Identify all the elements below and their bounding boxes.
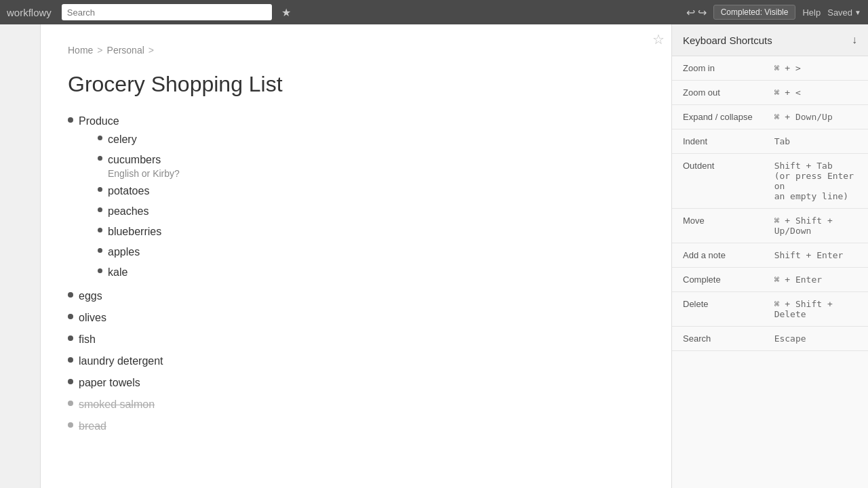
saved-label: Saved	[827, 7, 852, 18]
shortcut-row: Complete⌘ + Enter	[672, 268, 868, 292]
bullet-icon	[68, 314, 73, 319]
bullet-icon	[68, 379, 73, 384]
help-button[interactable]: Help	[802, 7, 821, 18]
completed-visible-button[interactable]: Completed: Visible	[713, 5, 796, 20]
shortcut-action: Move	[672, 209, 764, 243]
bullet-icon	[98, 228, 102, 232]
item-text-olives[interactable]: olives	[79, 310, 106, 326]
item-text-paper-towels[interactable]: paper towels	[79, 375, 140, 391]
shortcut-row: Expand / collapse⌘ + Down/Up	[672, 105, 868, 129]
page-wrapper: ☆ Home > Personal > Grocery Shopping Lis…	[0, 24, 868, 488]
item-text-bread[interactable]: bread	[79, 418, 106, 434]
shortcut-key: ⌘ + Shift + Up/Down	[764, 209, 868, 243]
bullet-icon	[98, 187, 102, 192]
list-item-blueberries: blueberries	[98, 222, 180, 242]
list-item-bread: bread	[68, 415, 644, 437]
shortcut-action: Outdent	[672, 154, 764, 209]
saved-dropdown-arrow: ▼	[854, 9, 861, 16]
list-item-produce: Produce celery cucumbers English or Kirb…	[68, 110, 644, 285]
item-text-blueberries[interactable]: blueberries	[108, 224, 161, 240]
shortcuts-header: Keyboard Shortcuts ↓	[672, 24, 868, 56]
shortcut-key: Escape	[764, 327, 868, 351]
breadcrumb-sep2: >	[149, 45, 154, 56]
list-item-fish: fish	[68, 329, 644, 350]
list-item-paper-towels: paper towels	[68, 372, 644, 394]
shortcut-key: ⌘ + Enter	[764, 268, 868, 292]
undo-button[interactable]: ↩	[686, 6, 695, 19]
item-note-cucumbers: English or Kirby?	[108, 168, 180, 179]
item-text-smoked-salmon[interactable]: smoked salmon	[79, 396, 155, 413]
bullet-icon	[98, 268, 102, 273]
list-item-smoked-salmon: smoked salmon	[68, 394, 644, 415]
bullet-icon	[68, 292, 73, 298]
item-content-cucumbers: cucumbers English or Kirby?	[108, 152, 180, 179]
bullet-icon	[68, 401, 73, 406]
saved-button[interactable]: Saved ▼	[827, 7, 861, 18]
shortcut-key: Shift + Tab (or press Enter on an empty …	[764, 154, 868, 209]
undo-redo-group: ↩ ↪	[686, 6, 707, 19]
item-text-cucumbers[interactable]: cucumbers	[108, 154, 161, 165]
favorite-button[interactable]: ★	[281, 6, 291, 19]
shortcut-action: Add a note	[672, 243, 764, 268]
list-item-potatoes: potatoes	[98, 181, 180, 201]
item-text-peaches[interactable]: peaches	[108, 203, 149, 220]
shortcut-key: ⌘ + >	[764, 56, 868, 81]
bullet-icon	[98, 156, 102, 161]
bullet-icon	[98, 248, 102, 253]
breadcrumb: Home > Personal >	[68, 45, 644, 56]
breadcrumb-personal[interactable]: Personal	[107, 45, 144, 56]
nested-list-produce: celery cucumbers English or Kirby? potat…	[79, 129, 180, 283]
list-item-apples: apples	[98, 242, 180, 262]
item-text-eggs[interactable]: eggs	[79, 288, 102, 304]
item-text-potatoes[interactable]: potatoes	[108, 183, 149, 199]
page-star-icon[interactable]: ☆	[652, 31, 665, 47]
list-item-eggs: eggs	[68, 285, 644, 307]
shortcuts-table: Zoom in⌘ + >Zoom out⌘ + <Expand / collap…	[672, 56, 868, 351]
bullet-icon	[68, 357, 73, 363]
search-input[interactable]	[67, 7, 267, 18]
shortcuts-title: Keyboard Shortcuts	[683, 35, 772, 46]
shortcut-key: ⌘ + Down/Up	[764, 105, 868, 129]
shortcut-row: SearchEscape	[672, 327, 868, 351]
shortcut-key: ⌘ + Shift + Delete	[764, 292, 868, 327]
search-wrapper	[62, 4, 272, 20]
shortcut-action: Zoom in	[672, 56, 764, 81]
shortcut-action: Expand / collapse	[672, 105, 764, 129]
item-text-kale[interactable]: kale	[108, 264, 127, 281]
item-text-laundry-detergent[interactable]: laundry detergent	[79, 353, 163, 369]
bullet-icon	[98, 207, 102, 212]
item-text-celery[interactable]: celery	[108, 131, 137, 148]
shortcut-row: Delete⌘ + Shift + Delete	[672, 292, 868, 327]
shortcut-action: Search	[672, 327, 764, 351]
list-item-olives: olives	[68, 307, 644, 329]
bullet-icon	[98, 136, 102, 140]
shortcut-row: OutdentShift + Tab (or press Enter on an…	[672, 154, 868, 209]
item-content: Produce celery cucumbers English or Kirb…	[79, 113, 180, 283]
shortcut-row: IndentTab	[672, 129, 868, 154]
redo-button[interactable]: ↪	[698, 6, 707, 19]
shortcut-row: Zoom out⌘ + <	[672, 81, 868, 105]
bullet-icon	[68, 117, 73, 123]
list-item-laundry-detergent: laundry detergent	[68, 350, 644, 372]
list-item-celery: celery	[98, 129, 180, 150]
shortcuts-panel: Keyboard Shortcuts ↓ Zoom in⌘ + >Zoom ou…	[671, 24, 868, 488]
bullet-icon	[68, 422, 73, 428]
shortcut-key: Tab	[764, 129, 868, 154]
item-text-produce[interactable]: Produce	[79, 115, 119, 127]
shortcut-row: Add a noteShift + Enter	[672, 243, 868, 268]
shortcut-action: Zoom out	[672, 81, 764, 105]
app-logo: workflowy	[7, 7, 52, 18]
main-content: ☆ Home > Personal > Grocery Shopping Lis…	[41, 24, 671, 488]
list-item-cucumbers: cucumbers English or Kirby?	[98, 150, 180, 181]
shortcut-action: Indent	[672, 129, 764, 154]
breadcrumb-home[interactable]: Home	[68, 45, 93, 56]
shortcuts-collapse-icon[interactable]: ↓	[852, 34, 857, 46]
shortcut-key: Shift + Enter	[764, 243, 868, 268]
list-item-peaches: peaches	[98, 201, 180, 222]
item-text-apples[interactable]: apples	[108, 244, 140, 260]
item-text-fish[interactable]: fish	[79, 331, 96, 348]
left-sidebar	[0, 24, 41, 488]
shortcut-action: Delete	[672, 292, 764, 327]
list-item-kale: kale	[98, 262, 180, 283]
bullet-icon	[68, 336, 73, 341]
